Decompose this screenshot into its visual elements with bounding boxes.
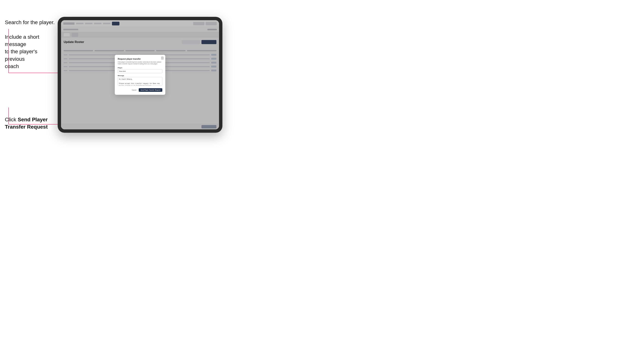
modal-close-button[interactable]: × xyxy=(161,57,164,60)
message-field-label: Message xyxy=(118,75,162,76)
annotation-click-text: Click Send Player Transfer Request xyxy=(5,116,54,131)
tablet-screen: Update Roster xyxy=(61,20,219,129)
modal-footer: Cancel Send Player Transfer Request xyxy=(118,88,162,92)
cancel-button[interactable]: Cancel xyxy=(131,89,138,91)
annotation-search-text: Search for the player. xyxy=(5,19,55,26)
send-player-transfer-request-button[interactable]: Send Player Transfer Request xyxy=(139,88,162,92)
player-search-input[interactable] xyxy=(118,69,162,73)
annotation-message-text: Include a short message to the player's … xyxy=(5,33,54,70)
modal-title: Request player transfer xyxy=(118,58,162,60)
player-transfer-modal: Request player transfer × If the player … xyxy=(115,55,165,95)
player-field-label: Player xyxy=(118,67,162,69)
modal-description: If the player is transferring from anoth… xyxy=(118,61,162,65)
modal-overlay: Request player transfer × If the player … xyxy=(61,20,219,129)
tablet-frame: Update Roster xyxy=(58,17,222,133)
message-textarea[interactable]: Hi Coach McHarg, Please accept this tran… xyxy=(118,77,162,86)
